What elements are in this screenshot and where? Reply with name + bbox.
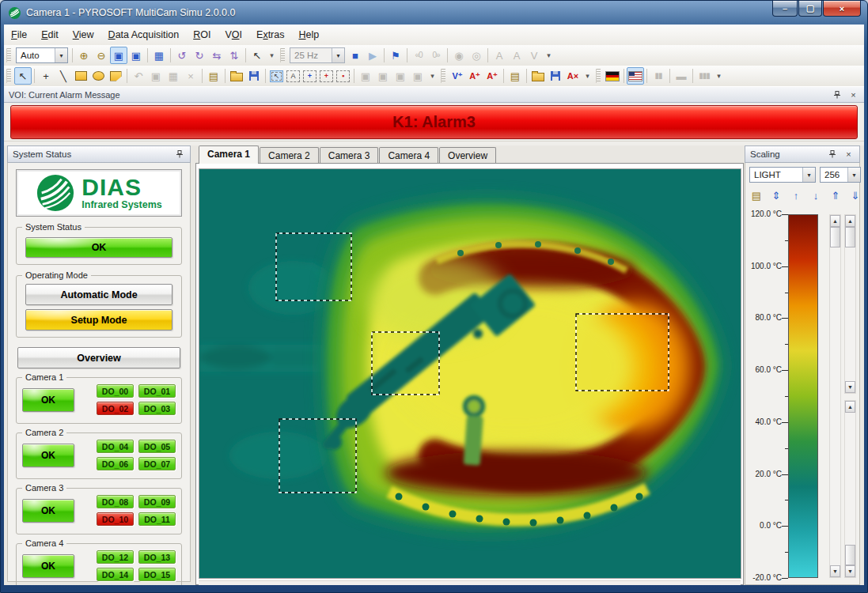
levels-combo[interactable]: 256 ▾ xyxy=(820,167,861,183)
tab-overview[interactable]: Overview xyxy=(439,147,496,164)
voi-add-icon[interactable]: V⁺ xyxy=(449,67,466,85)
polygon-roi-icon[interactable] xyxy=(107,67,124,85)
paste-icon[interactable]: ▦ xyxy=(165,67,182,85)
pin-icon[interactable] xyxy=(826,149,838,160)
thermal-image[interactable] xyxy=(199,168,741,579)
menu-voi[interactable]: VOI xyxy=(218,27,249,43)
send-backward-icon[interactable]: ▣ xyxy=(409,67,426,85)
roi-add-alarm-icon[interactable]: + xyxy=(320,70,333,82)
record-file-icon[interactable]: ◎ xyxy=(468,47,485,64)
dropdown-arrow-icon[interactable]: ▾ xyxy=(847,168,860,182)
scroll-down-icon[interactable]: ▼ xyxy=(845,381,855,393)
roi-select-icon[interactable]: ↖ xyxy=(270,70,283,82)
point-roi-icon[interactable]: + xyxy=(37,67,55,85)
menu-view[interactable]: View xyxy=(66,27,101,43)
horizontal-scrollbar[interactable] xyxy=(199,580,741,585)
language-german-icon[interactable] xyxy=(604,67,621,85)
toolbar-grip-handle[interactable] xyxy=(441,69,445,83)
scroll-down-icon[interactable]: ▼ xyxy=(830,565,840,577)
step-forward-icon[interactable]: 0» xyxy=(427,47,445,64)
cursor-position-icon[interactable]: ↖ xyxy=(248,47,266,64)
tab-camera-1[interactable]: Camera 1 xyxy=(199,145,259,164)
save-video-v-icon[interactable]: V xyxy=(525,47,543,64)
raise-lower-limit-icon[interactable]: ↑ xyxy=(787,187,805,204)
layout-three-vertical-icon[interactable]: ▮▮▮ xyxy=(696,67,713,85)
scale-scrollbar[interactable]: ▲ ▼ xyxy=(829,214,841,578)
menu-data-acquisition[interactable]: Data Acquisition xyxy=(101,27,187,43)
toolbar1-overflow-icon[interactable]: ▾ xyxy=(266,47,278,64)
scroll-down-icon[interactable]: ▼ xyxy=(845,565,855,577)
roi-delete-icon[interactable]: ▪ xyxy=(336,70,350,82)
rotate-left-icon[interactable]: ↺ xyxy=(173,47,191,64)
framerate-combo[interactable]: 25 Hz▾ xyxy=(290,47,345,63)
save-roi-file-icon[interactable] xyxy=(245,67,263,85)
stop-icon[interactable]: ■ xyxy=(347,47,364,64)
save-image-a-icon[interactable]: A xyxy=(491,47,508,64)
auto-scale-continuous-icon[interactable]: ⇓ xyxy=(847,187,864,204)
language-english-icon[interactable] xyxy=(627,67,644,85)
toolbar-grip-handle[interactable] xyxy=(6,48,11,62)
grid-icon[interactable]: ▦ xyxy=(150,47,168,64)
rectangle-roi-icon[interactable] xyxy=(72,67,89,85)
bring-forward-icon[interactable]: ▣ xyxy=(392,67,409,85)
automatic-mode-button[interactable]: Automatic Mode xyxy=(25,284,172,305)
toolbar1-overflow2-icon[interactable]: ▾ xyxy=(543,47,555,64)
tab-camera-2[interactable]: Camera 2 xyxy=(260,147,319,164)
record-memory-icon[interactable]: ◉ xyxy=(450,47,468,64)
lower-upper-limit-icon[interactable]: ↓ xyxy=(807,187,824,204)
dropdown-arrow-icon[interactable]: ▾ xyxy=(332,48,344,62)
alarm-voi-add2-icon[interactable]: A⁺ xyxy=(483,67,501,85)
dropdown-arrow-icon[interactable]: ▾ xyxy=(802,168,815,182)
open-voi-file-icon[interactable] xyxy=(529,67,547,85)
flip-vertical-icon[interactable]: ⇅ xyxy=(226,47,243,64)
undo-icon[interactable]: ↶ xyxy=(130,67,147,85)
scroll-up-icon[interactable]: ▲ xyxy=(845,401,855,413)
tab-camera-4[interactable]: Camera 4 xyxy=(379,147,438,164)
zoom-mode-combo[interactable]: Auto▾ xyxy=(16,47,68,63)
fit-to-window-icon[interactable]: ▣ xyxy=(110,47,127,64)
menu-roi[interactable]: ROI xyxy=(186,27,218,43)
menu-help[interactable]: Help xyxy=(291,27,326,43)
minimize-button[interactable]: – xyxy=(772,1,798,17)
upper-limit-scrollbar[interactable]: ▲ ▼ xyxy=(844,214,856,394)
color-scale-bar[interactable] xyxy=(788,214,818,578)
maximize-button[interactable]: ▢ xyxy=(798,1,822,17)
send-back-icon[interactable]: ▣ xyxy=(374,67,392,85)
select-cursor-icon[interactable]: ↖ xyxy=(14,67,32,85)
tab-camera-3[interactable]: Camera 3 xyxy=(320,147,379,164)
close-button[interactable]: × xyxy=(823,1,861,17)
voi-delete-icon[interactable]: A× xyxy=(564,67,582,85)
scroll-up-icon[interactable]: ▲ xyxy=(845,215,855,227)
layout-two-vertical-icon[interactable]: ▮▮ xyxy=(650,67,667,85)
toolbar2-overflow-icon[interactable]: ▾ xyxy=(426,67,438,85)
close-icon[interactable]: × xyxy=(847,89,859,100)
alarm-voi-add-icon[interactable]: A⁺ xyxy=(466,67,483,85)
zoom-out-icon[interactable]: ⊖ xyxy=(93,47,110,64)
flip-horizontal-icon[interactable]: ⇆ xyxy=(208,47,226,64)
flag-marker-icon[interactable]: ⚑ xyxy=(387,47,404,64)
scrollbar-thumb[interactable] xyxy=(845,227,855,247)
palette-combo[interactable]: LIGHT ▾ xyxy=(749,167,816,183)
titlebar[interactable]: Camera 1 - PYROSOFT MultiCam Simu 2.0.0.… xyxy=(1,1,867,25)
toolbar2-overflow2-icon[interactable]: ▾ xyxy=(582,67,593,85)
roi-table-icon[interactable]: ▤ xyxy=(205,67,222,85)
delete-icon[interactable]: × xyxy=(182,67,199,85)
menu-extras[interactable]: Extras xyxy=(249,27,291,43)
dropdown-arrow-icon[interactable]: ▾ xyxy=(55,48,67,62)
line-roi-icon[interactable]: ╲ xyxy=(55,67,72,85)
open-roi-file-icon[interactable] xyxy=(228,67,245,85)
pin-icon[interactable] xyxy=(173,149,185,160)
bring-front-icon[interactable]: ▣ xyxy=(357,67,374,85)
scaling-properties-icon[interactable]: ▤ xyxy=(748,187,765,204)
full-image-icon[interactable]: ▣ xyxy=(127,47,145,64)
save-voi-file-icon[interactable] xyxy=(547,67,564,85)
layout-two-horizontal-icon[interactable]: ▬ xyxy=(673,67,690,85)
zoom-in-icon[interactable]: ⊕ xyxy=(75,47,93,64)
toolbar-grip-handle[interactable] xyxy=(596,69,601,83)
rotate-right-icon[interactable]: ↻ xyxy=(191,47,208,64)
roi-label-icon[interactable]: A xyxy=(286,70,300,82)
save-sequence-a-icon[interactable]: A xyxy=(508,47,525,64)
toolbar2-overflow3-icon[interactable]: ▾ xyxy=(713,67,725,85)
step-back-icon[interactable]: «0 xyxy=(410,47,427,64)
menu-file[interactable]: File xyxy=(4,27,34,43)
